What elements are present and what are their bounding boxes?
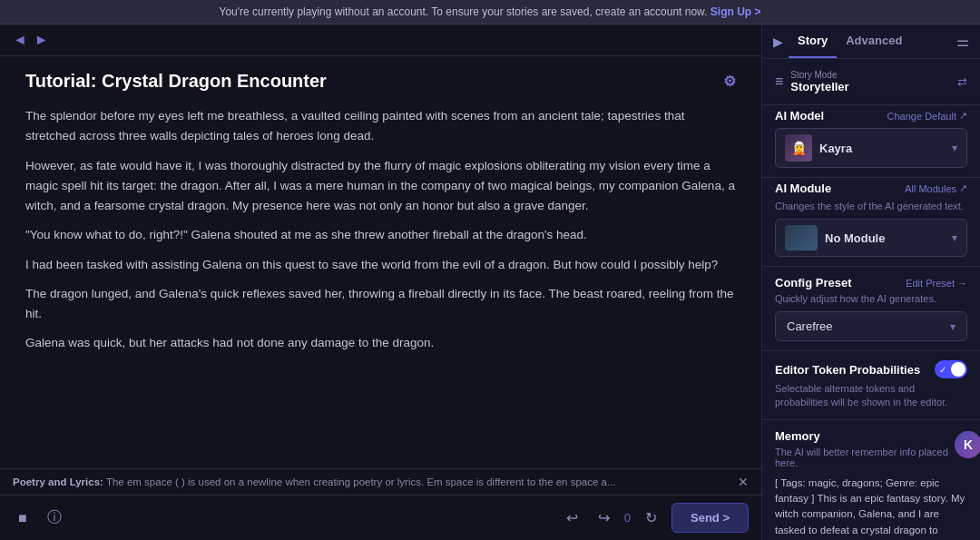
- ai-model-dropdown[interactable]: 🧝 Kayra ▾: [775, 128, 967, 168]
- announcement-banner: You're currently playing without an acco…: [0, 0, 980, 25]
- toggle-knob: [951, 362, 965, 377]
- ai-model-label: AI Model: [775, 109, 824, 123]
- model-chevron-icon: ▾: [952, 142, 957, 154]
- config-preset-dropdown[interactable]: Carefree ▾: [775, 311, 967, 341]
- token-probabilities-toggle[interactable]: ✓: [935, 360, 967, 378]
- memory-label: Memory: [775, 429, 820, 443]
- memory-description: The AI will better remember info placed …: [775, 447, 967, 468]
- tab-advanced[interactable]: Advanced: [837, 25, 911, 58]
- model-name: Kayra: [819, 142, 945, 155]
- story-paragraph-6: Galena was quick, but her attacks had no…: [25, 333, 736, 353]
- settings-gear-icon[interactable]: ⚙: [723, 73, 736, 90]
- story-mode-value: Storyteller: [790, 80, 848, 93]
- token-counter: 0: [624, 511, 631, 525]
- module-name: No Module: [825, 231, 945, 245]
- hint-close-icon[interactable]: ✕: [738, 475, 749, 489]
- token-description: Selectable alternate tokens and probabil…: [775, 382, 967, 410]
- story-mode-switch-icon[interactable]: ⇄: [957, 75, 967, 89]
- play-button[interactable]: ▶: [768, 27, 789, 56]
- change-default-link[interactable]: Change Default ↗: [887, 110, 967, 122]
- config-preset-description: Quickly adjust how the AI generates.: [775, 293, 967, 304]
- story-header: ◄ ►: [0, 25, 761, 56]
- info-button[interactable]: ⓘ: [42, 505, 67, 531]
- model-thumbnail: 🧝: [785, 134, 812, 162]
- story-text: The splendor before my eyes left me brea…: [25, 106, 736, 354]
- sign-up-link[interactable]: Sign Up >: [710, 5, 761, 18]
- toolbar: ■ ⓘ ↩ ↪ 0 ↻ Send >: [0, 496, 761, 540]
- story-mode-label: Story Mode: [790, 70, 848, 80]
- story-paragraph-3: "You know what to do, right?!" Galena sh…: [25, 225, 736, 245]
- config-preset-label: Config Preset: [775, 276, 852, 290]
- ai-module-dropdown[interactable]: No Module ▾: [775, 219, 967, 257]
- right-tabs: ▶ Story Advanced ⚌: [762, 25, 980, 59]
- memory-content[interactable]: [ Tags: magic, dragons; Genre: epic fant…: [775, 476, 967, 540]
- input-mode-button[interactable]: ■: [13, 506, 33, 530]
- tab-story[interactable]: Story: [789, 25, 837, 58]
- user-avatar: K: [955, 431, 980, 458]
- token-probabilities-label: Editor Token Probabilities: [775, 363, 920, 377]
- memory-section: Memory K The AI will better remember inf…: [762, 420, 980, 540]
- edit-preset-link[interactable]: Edit Preset →: [906, 278, 967, 289]
- forward-icon[interactable]: ►: [34, 32, 49, 48]
- undo-button[interactable]: ↩: [561, 506, 583, 530]
- hint-bar: Poetry and Lyrics: The em space ( ) is u…: [0, 469, 761, 496]
- module-thumbnail: [785, 225, 818, 250]
- hint-text: Poetry and Lyrics: The em space ( ) is u…: [13, 476, 616, 487]
- module-chevron-icon: ▾: [952, 231, 957, 244]
- banner-message: You're currently playing without an acco…: [220, 5, 708, 18]
- story-paragraph-5: The dragon lunged, and Galena's quick re…: [25, 284, 736, 325]
- hint-bold: Poetry and Lyrics:: [13, 476, 103, 487]
- story-mode-icon: ≡: [775, 74, 783, 90]
- all-modules-link[interactable]: All Modules ↗: [905, 182, 967, 194]
- hint-content: The em space ( ) is used on a newline wh…: [106, 476, 616, 487]
- token-probabilities-section: Editor Token Probabilities ✓ Selectable …: [762, 351, 980, 420]
- ai-module-section: AI Module All Modules ↗ Changes the styl…: [762, 178, 980, 267]
- redo-button[interactable]: ↪: [593, 506, 615, 530]
- retry-button[interactable]: ↻: [640, 506, 662, 530]
- right-panel: ▶ Story Advanced ⚌ ≡ Story Mode Storytel…: [762, 25, 980, 540]
- story-panel: ◄ ► Tutorial: Crystal Dragon Encounter ⚙…: [0, 25, 762, 540]
- story-content-area: Tutorial: Crystal Dragon Encounter ⚙ The…: [0, 56, 761, 468]
- story-title: Tutorial: Crystal Dragon Encounter ⚙: [25, 71, 736, 92]
- story-paragraph-1: The splendor before my eyes left me brea…: [25, 106, 736, 147]
- ai-model-section: AI Model Change Default ↗ 🧝 Kayra ▾: [762, 105, 980, 178]
- filter-settings-icon[interactable]: ⚌: [951, 25, 975, 57]
- config-preset-section: Config Preset Edit Preset → Quickly adju…: [762, 267, 980, 351]
- send-button[interactable]: Send >: [671, 503, 749, 533]
- story-paragraph-2: However, as fate would have it, I was th…: [25, 156, 736, 217]
- ai-module-label: AI Module: [775, 182, 831, 195]
- back-icon[interactable]: ◄: [13, 32, 27, 48]
- preset-chevron-icon: ▾: [950, 320, 956, 333]
- story-mode-section: ≡ Story Mode Storyteller ⇄: [762, 59, 980, 105]
- story-paragraph-4: I had been tasked with assisting Galena …: [25, 255, 736, 275]
- ai-module-description: Changes the style of the AI generated te…: [775, 201, 967, 211]
- preset-value: Carefree: [787, 319, 833, 333]
- bottom-bar: Poetry and Lyrics: The em space ( ) is u…: [0, 468, 761, 540]
- toggle-check-icon: ✓: [939, 365, 946, 375]
